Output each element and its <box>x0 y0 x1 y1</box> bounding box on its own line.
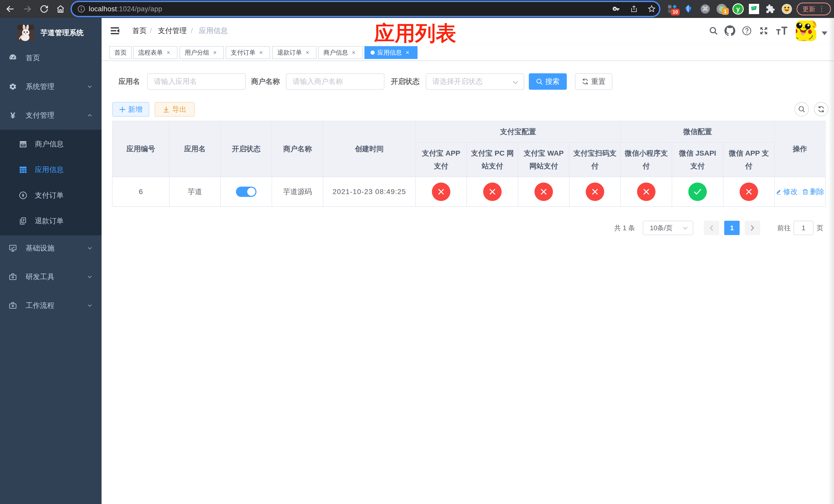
svg-text:y: y <box>736 5 740 13</box>
svg-text:⌘: ⌘ <box>702 5 708 12</box>
svg-text:¥: ¥ <box>22 193 24 198</box>
